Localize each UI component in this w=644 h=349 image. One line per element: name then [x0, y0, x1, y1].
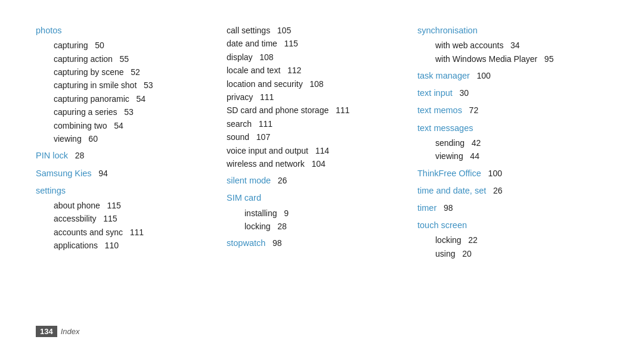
sub-installing: installing 9	[227, 207, 405, 220]
sub-capturing-by-scene: capturing by scene 52	[36, 66, 215, 79]
link-touch-screen: touch screen	[417, 220, 467, 230]
timer-page: 98	[439, 203, 453, 213]
section-time-date: time and date, set 26	[417, 184, 596, 198]
samsung-kies-page: 94	[94, 169, 107, 178]
task-manager-page: 100	[472, 71, 491, 80]
section-settings: settings about phone 115 accessbility 11…	[36, 184, 215, 253]
section-pin-lock: PIN lock 28	[36, 149, 215, 163]
link-settings: settings	[36, 186, 66, 195]
sub-accessbility: accessbility 115	[36, 212, 215, 225]
footer: 134 Index	[36, 326, 80, 337]
sub-locking-touch: locking 22	[417, 233, 596, 247]
page: photos capturing 50 capturing action 55 …	[0, 0, 644, 349]
link-timer: timer	[417, 203, 436, 213]
section-text-messages: text messages sending 42 viewing 44	[417, 121, 596, 163]
silent-mode-page: 26	[273, 176, 287, 185]
sub-capturing-panoramic: capturing panoramic 54	[36, 92, 215, 105]
sub-accounts-sync: accounts and sync 111	[36, 226, 215, 239]
section-touch-screen: touch screen locking 22 using 20	[417, 219, 596, 260]
sub-call-settings: call settings 105	[227, 24, 405, 37]
section-thinkfree: ThinkFree Office 100	[417, 167, 596, 180]
section-task-manager: task manager 100	[417, 69, 596, 83]
link-text-messages: text messages	[417, 123, 473, 133]
sub-location-security: location and security 108	[227, 77, 405, 91]
column-1: photos capturing 50 capturing action 55 …	[36, 24, 227, 264]
sub-web-accounts: with web accounts 34	[417, 39, 596, 52]
text-input-page: 30	[455, 88, 469, 98]
index-columns: photos capturing 50 capturing action 55 …	[36, 24, 608, 264]
pin-lock-page: 28	[70, 151, 84, 160]
sub-applications: applications 110	[36, 239, 215, 252]
sub-sound: sound 107	[227, 130, 405, 144]
section-photos: photos capturing 50 capturing action 55 …	[36, 24, 215, 145]
column-3: synchronisation with web accounts 34 wit…	[417, 24, 608, 264]
section-text-memos: text memos 72	[417, 104, 596, 117]
section-synchronisation: synchronisation with web accounts 34 wit…	[417, 24, 596, 66]
sub-sd-card: SD card and phone storage 111	[227, 104, 405, 117]
link-sim-card: SIM card	[227, 193, 261, 202]
sub-viewing-messages: viewing 44	[417, 149, 596, 163]
thinkfree-page: 100	[484, 169, 502, 178]
stopwatch-page: 98	[268, 238, 281, 248]
link-silent-mode: silent mode	[227, 176, 271, 185]
section-stopwatch: stopwatch 98	[227, 236, 405, 250]
section-text-input: text input 30	[417, 86, 596, 100]
link-time-date: time and date, set	[417, 186, 486, 195]
section-silent-mode: silent mode 26	[227, 174, 405, 188]
sub-voice-input: voice input and output 114	[227, 144, 405, 157]
link-thinkfree: ThinkFree Office	[417, 169, 481, 178]
sub-viewing-photos: viewing 60	[36, 132, 215, 145]
sub-sending: sending 42	[417, 136, 596, 149]
link-text-input: text input	[417, 88, 453, 98]
sub-combining: combining two 54	[36, 119, 215, 132]
link-photos: photos	[36, 26, 62, 35]
section-settings-sub: call settings 105 date and time 115 disp…	[227, 24, 405, 170]
sub-capturing: capturing 50	[36, 39, 215, 52]
sub-capturing-smile: capturing in smile shot 53	[36, 79, 215, 92]
sub-locale-text: locale and text 112	[227, 64, 405, 77]
section-timer: timer 98	[417, 201, 596, 215]
sub-wireless-network: wireless and network 104	[227, 157, 405, 170]
sub-using-touch: using 20	[417, 247, 596, 260]
sub-privacy: privacy 111	[227, 91, 405, 104]
sub-about-phone: about phone 115	[36, 199, 215, 212]
sub-display: display 108	[227, 51, 405, 64]
section-samsung-kies: Samsung Kies 94	[36, 167, 215, 180]
footer-label: Index	[61, 327, 80, 336]
link-synchronisation: synchronisation	[417, 26, 478, 35]
sub-date-time: date and time 115	[227, 37, 405, 50]
sub-capturing-action: capturing action 55	[36, 52, 215, 66]
link-text-memos: text memos	[417, 105, 462, 115]
sub-locking-sim: locking 28	[227, 220, 405, 233]
sub-windows-media: with Windows Media Player 95	[417, 52, 596, 66]
section-sim-card: SIM card installing 9 locking 28	[227, 191, 405, 233]
column-2: call settings 105 date and time 115 disp…	[227, 24, 417, 264]
link-stopwatch: stopwatch	[227, 238, 265, 248]
link-task-manager: task manager	[417, 71, 470, 80]
link-pin-lock: PIN lock	[36, 151, 68, 160]
time-date-page: 26	[488, 186, 502, 195]
link-samsung-kies: Samsung Kies	[36, 169, 92, 178]
page-number: 134	[36, 326, 57, 337]
sub-search: search 111	[227, 117, 405, 130]
sub-capuring-series: capuring a series 53	[36, 105, 215, 119]
text-memos-page: 72	[465, 105, 478, 115]
